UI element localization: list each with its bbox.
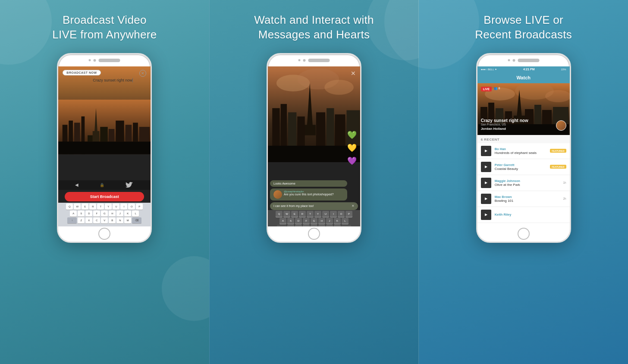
key-m[interactable]: M [124, 217, 131, 223]
p3-app-screen: ●●●○ BELL ✦ 4:21 PM 22% Watch [477, 66, 570, 226]
lock-icon: 🔒 [100, 183, 104, 187]
p3-item-info-3: Maggie Johnson Olive at the Park [495, 179, 560, 187]
p2-key-e[interactable]: E [291, 211, 298, 217]
p3-live-info: Crazy sunset right now San Francisco, US… [481, 118, 553, 131]
hearts-container: 💚 💛 💜 [347, 130, 357, 166]
p3-list-item-4[interactable]: ▶ Max Brown Bowling 101 2h [477, 191, 570, 207]
svg-rect-15 [58, 141, 151, 154]
key-o[interactable]: O [128, 204, 135, 210]
key-s[interactable]: S [78, 210, 85, 217]
p2-key-t[interactable]: T [307, 211, 314, 217]
heart-green[interactable]: 💚 [347, 130, 357, 140]
phone-2-bottom [268, 226, 360, 242]
p2-key-u[interactable]: U [322, 211, 329, 217]
key-z[interactable]: Z [78, 217, 85, 223]
p2-key-q[interactable]: Q [276, 211, 283, 217]
p2-close-button[interactable]: ✕ [351, 70, 356, 77]
panel-watch: Watch and Interact with Messages and Hea… [209, 0, 419, 364]
p2-key-y[interactable]: Y [314, 211, 321, 217]
chat-input-bar[interactable]: I can see it from my place too! ✕ [270, 202, 358, 210]
heart-gold[interactable]: 💛 [347, 143, 357, 153]
key-q[interactable]: Q [66, 204, 73, 210]
back-icon[interactable]: ◀ [75, 182, 78, 187]
p1-keyboard: Q W E R T Y U I O P A S D [58, 203, 151, 226]
chat-messages: Looks Awesome @josephinetaylor Are you s… [270, 180, 347, 201]
svg-rect-14 [139, 127, 150, 141]
p3-list-item-1[interactable]: ▶ Bo Han Hundreds of elephant seals FEAT… [477, 143, 570, 159]
p3-nav-bar: Watch [477, 72, 570, 83]
p3-list-item-3[interactable]: ▶ Maggie Johnson Olive at the Park 1h [477, 175, 570, 191]
p2-key-d[interactable]: D [295, 218, 302, 224]
p2-key-o[interactable]: O [338, 211, 345, 217]
phone-1-home-btn[interactable] [98, 228, 110, 240]
key-x[interactable]: X [85, 217, 92, 223]
chat-message-2: @josephinetaylor Are you sure this isnt … [270, 188, 347, 201]
phone-3-home-btn[interactable] [518, 228, 530, 240]
chat-close-icon[interactable]: ✕ [352, 204, 355, 208]
key-g[interactable]: G [101, 210, 108, 217]
p2-key-s[interactable]: S [287, 218, 294, 224]
key-a[interactable]: A [70, 210, 77, 217]
key-backspace[interactable]: ⌫ [132, 217, 141, 223]
heart-purple[interactable]: 💜 [347, 156, 357, 166]
key-k[interactable]: K [124, 210, 131, 217]
p2-key-w[interactable]: W [283, 211, 290, 217]
phone-2-dot [298, 59, 301, 61]
p3-live-banner[interactable]: LIVE 👥 8 Crazy sunset right now San Fran… [477, 83, 570, 135]
start-broadcast-button[interactable]: Start Broadcast [65, 192, 144, 201]
key-r[interactable]: R [89, 204, 96, 210]
key-v[interactable]: V [101, 217, 108, 223]
key-b[interactable]: B [109, 217, 116, 223]
phone-1-top [89, 59, 120, 62]
phone-2-top [298, 59, 330, 62]
p3-thumb-1: ▶ [481, 146, 491, 156]
panel-browse: Browse LIVE or Recent Broadcasts ●●●○ BE… [419, 0, 628, 364]
p3-recent-header: 6 RECENT [477, 135, 570, 143]
key-d[interactable]: D [85, 210, 92, 217]
chat-message-2-content: @josephinetaylor Are you sure this isnt … [284, 190, 334, 196]
phone-2-home-btn[interactable] [308, 228, 320, 240]
p2-key-f[interactable]: F [303, 218, 310, 224]
p2-key-p[interactable]: P [345, 211, 352, 217]
p2-key-a[interactable]: A [279, 218, 286, 224]
p3-list-item-2[interactable]: ▶ Peter Garrett Coastal Beauty FEATURED [477, 159, 570, 175]
p2-key-k[interactable]: K [334, 218, 341, 224]
key-y[interactable]: Y [105, 204, 112, 210]
p2-key-j[interactable]: J [326, 218, 333, 224]
key-c[interactable]: C [93, 217, 100, 223]
p3-time-badge-3: 1h [563, 181, 566, 184]
p3-status-bar: ●●●○ BELL ✦ 4:21 PM 22% [477, 66, 570, 72]
key-shift[interactable]: ↑ [67, 217, 77, 223]
key-u[interactable]: U [113, 204, 119, 210]
p2-key-h[interactable]: H [318, 218, 325, 224]
play-icon-5: ▶ [485, 213, 487, 217]
key-p[interactable]: P [136, 204, 143, 210]
phone-1: BROADCAST NOW ✕ Crazy sunset right now ◀… [57, 53, 152, 243]
phone-3: ●●●○ BELL ✦ 4:21 PM 22% Watch [476, 53, 571, 243]
key-l[interactable]: L [132, 210, 139, 217]
phone-1-dot [89, 59, 91, 61]
key-n[interactable]: N [116, 217, 123, 223]
key-j[interactable]: J [116, 210, 123, 217]
p2-key-r[interactable]: R [299, 211, 306, 217]
key-h[interactable]: H [109, 210, 116, 217]
phone-1-bottom [58, 226, 151, 242]
phone-1-screen: BROADCAST NOW ✕ Crazy sunset right now ◀… [58, 66, 151, 226]
key-w[interactable]: W [74, 204, 81, 210]
p3-list-item-5[interactable]: ▶ Keith Riley [477, 207, 570, 223]
key-e[interactable]: E [82, 204, 88, 210]
key-i[interactable]: I [120, 204, 127, 210]
p2-key-i[interactable]: I [330, 211, 337, 217]
p3-recent-list: ▶ Bo Han Hundreds of elephant seals FEAT… [477, 143, 570, 226]
p2-key-l[interactable]: L [342, 218, 349, 224]
key-f[interactable]: F [93, 210, 100, 217]
p3-item-info-5: Keith Riley [495, 213, 566, 217]
svg-rect-9 [100, 127, 108, 141]
broadcast-title-input[interactable]: Crazy sunset right now [93, 78, 138, 82]
phone-1-speaker [99, 59, 120, 62]
key-t[interactable]: T [97, 204, 104, 210]
phone-3-camera [512, 59, 515, 62]
close-button[interactable]: ✕ [139, 70, 146, 77]
twitter-icon[interactable] [125, 182, 134, 188]
p2-key-g[interactable]: G [311, 218, 317, 224]
